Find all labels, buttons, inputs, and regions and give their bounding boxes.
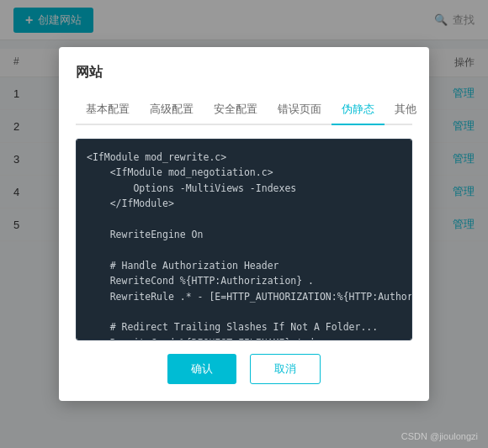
watermark: CSDN @jioulongzi (401, 431, 478, 441)
tab-pseudo-static[interactable]: 伪静态 (332, 95, 385, 125)
modal-footer: 确认 取消 (76, 354, 412, 384)
tab-error-page[interactable]: 错误页面 (268, 95, 332, 125)
modal-title: 网站 (76, 64, 412, 82)
modal: 网站 基本配置 高级配置 安全配置 错误页面 伪静态 其他 <IfModule … (59, 47, 429, 401)
modal-overlay: 网站 基本配置 高级配置 安全配置 错误页面 伪静态 其他 <IfModule … (0, 0, 488, 448)
code-editor[interactable]: <IfModule mod_rewrite.c> <IfModule mod_n… (76, 139, 412, 340)
modal-tabs: 基本配置 高级配置 安全配置 错误页面 伪静态 其他 (76, 95, 412, 125)
tab-other[interactable]: 其他 (385, 95, 427, 125)
code-content: <IfModule mod_rewrite.c> <IfModule mod_n… (87, 150, 401, 340)
tab-basic-config[interactable]: 基本配置 (76, 95, 140, 125)
tab-security-config[interactable]: 安全配置 (204, 95, 268, 125)
tab-advanced-config[interactable]: 高级配置 (140, 95, 204, 125)
confirm-button[interactable]: 确认 (167, 354, 236, 384)
cancel-button[interactable]: 取消 (250, 354, 321, 384)
